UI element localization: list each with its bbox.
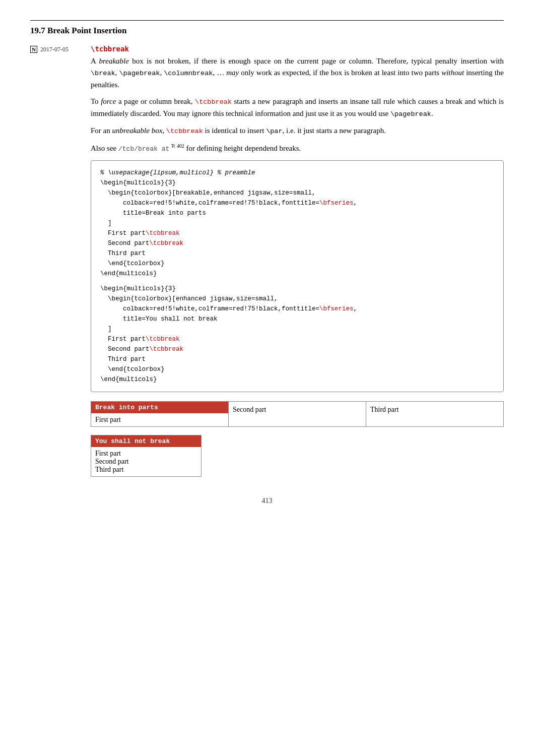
code-line-13: \begin{tcolorbox}[enhanced jigsaw,size=s… (100, 294, 494, 304)
code-line-16: ] (100, 324, 494, 334)
paragraph-1: A breakable box is not broken, if there … (91, 55, 504, 91)
code-line-2: \begin{multicols}{3} (100, 178, 494, 188)
code-line-5: title=Break into parts (100, 208, 494, 218)
code-line-12: \begin{multicols}{3} (100, 284, 494, 294)
paragraph-3: For an unbreakable box, \tcbbreak is ide… (91, 125, 504, 137)
code-line-10: \end{tcolorbox} (100, 259, 494, 269)
code-line-20: \end{tcolorbox} (100, 364, 494, 374)
code-blank-line (100, 279, 494, 284)
code-block: % \usepackage{lipsum,multicol} % preambl… (91, 160, 504, 392)
code-line-9: Third part (100, 248, 494, 259)
code-line-17: First part\tcbbreak (100, 334, 494, 344)
paragraph-2: To force a page or column break, \tcbbre… (91, 96, 504, 120)
demo2-line2: Second part (95, 458, 197, 466)
code-line-18: Second part\tcbbreak (100, 344, 494, 354)
code-line-8: Second part\tcbbreak (100, 238, 494, 248)
demo1-col2: Second part (229, 402, 366, 426)
tcbbreak-cmd-label: \tcbbreak (91, 45, 129, 53)
code-line-15: title=You shall not break (100, 314, 494, 324)
code-line-4: colback=red!5!white,colframe=red!75!blac… (100, 198, 494, 208)
code-block-wrapper: % \usepackage{lipsum,multicol} % preambl… (91, 160, 504, 392)
demo2-line1: First part (95, 450, 197, 458)
margin-date: 2017-07-05 (40, 46, 69, 53)
demo2-wrapper: You shall not break First part Second pa… (91, 435, 504, 477)
demo1-three-col: Break into parts First part Second part … (91, 401, 504, 427)
demo2-header: You shall not break (91, 435, 201, 447)
demo2-body: First part Second part Third part (91, 447, 201, 476)
demo1-col1-header: Break into parts (91, 402, 228, 413)
margin-note-row: N 2017-07-05 \tcbbreak (30, 45, 504, 53)
tcbbreak-command: \tcbbreak (91, 45, 129, 53)
code-line-7: First part\tcbbreak (100, 228, 494, 238)
code-line-3: \begin{tcolorbox}[breakable,enhanced jig… (100, 188, 494, 198)
code-line-14: colback=red!5!white,colframe=red!75!blac… (100, 304, 494, 314)
demo1-col1-body: First part (91, 413, 228, 426)
code-line-6: ] (100, 218, 494, 228)
section-heading: 19.7 Break Point Insertion (30, 20, 504, 36)
paragraph-4: Also see /tcb/break at 'P. 402 for defin… (91, 142, 504, 154)
demo1-col2-body: Second part (229, 402, 366, 416)
code-line-11: \end{multicols} (100, 269, 494, 279)
page-container: 19.7 Break Point Insertion N 2017-07-05 … (0, 0, 534, 535)
page-number: 413 (30, 497, 504, 505)
demo1-col3: Third part (366, 402, 503, 426)
margin-note: N 2017-07-05 (30, 45, 91, 53)
demo1-col3-body: Third part (366, 402, 503, 416)
demo2-box: You shall not break First part Second pa… (91, 435, 202, 477)
code-line-21: \end{multicols} (100, 374, 494, 385)
section-title: Break Point Insertion (47, 26, 126, 35)
demo1-col1: Break into parts First part (91, 402, 229, 426)
demo1-wrapper: Break into parts First part Second part … (91, 401, 504, 427)
margin-badge: N (30, 46, 37, 53)
code-line-1: % \usepackage{lipsum,multicol} % preambl… (100, 168, 494, 178)
demo2-line3: Third part (95, 466, 197, 474)
section-number: 19.7 (30, 26, 45, 35)
code-line-19: Third part (100, 354, 494, 364)
